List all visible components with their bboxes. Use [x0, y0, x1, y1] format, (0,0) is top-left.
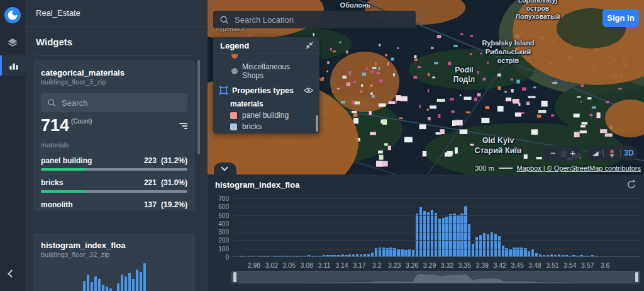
- histogram-bar: [345, 255, 347, 256]
- x-tick-label: 3.39: [474, 261, 491, 269]
- x-tick-label: 3.05: [280, 261, 298, 269]
- range-slider[interactable]: [231, 271, 640, 283]
- x-tick-label: 3.08: [298, 261, 316, 269]
- refresh-icon[interactable]: [626, 180, 638, 191]
- zoom-out-button[interactable]: −: [543, 146, 563, 161]
- mini-histogram-bar: [140, 272, 142, 291]
- histogram-bar: [472, 244, 474, 256]
- histogram-bar: [285, 256, 287, 256]
- x-tick-label: 3.45: [509, 261, 526, 269]
- material-label: monolith: [41, 200, 73, 209]
- toggle-3d-button[interactable]: 3D: [621, 146, 637, 161]
- histogram-title: histogram_index_floa: [215, 180, 299, 190]
- histogram-bar: [296, 256, 299, 256]
- map-search-bar[interactable]: [213, 11, 416, 28]
- x-tick-label: 3.23: [386, 261, 403, 269]
- eye-icon[interactable]: [304, 87, 313, 94]
- histogram-bar: [498, 236, 501, 256]
- bar-chart-icon[interactable]: [0, 55, 25, 76]
- histogram-bar: [304, 256, 306, 256]
- map-search-input[interactable]: [235, 15, 409, 25]
- gridline: [233, 207, 640, 207]
- legend-color-swatch: [230, 112, 237, 119]
- widget-search-input[interactable]: [62, 98, 181, 108]
- collapse-legend-icon[interactable]: [306, 42, 313, 49]
- incline-icon[interactable]: [587, 150, 603, 157]
- legend-color-swatch: [230, 123, 237, 130]
- histogram-bar: [401, 249, 403, 256]
- legend-entry: panel building: [213, 110, 319, 121]
- y-tick-label: 200: [210, 237, 229, 244]
- mini-histogram-bar: [117, 283, 119, 291]
- gridline: [233, 215, 640, 216]
- histogram-bar: [572, 255, 575, 256]
- material-value: 223(31.2%): [144, 156, 187, 165]
- x-tick-label: 3.14: [333, 261, 351, 269]
- map-attribution[interactable]: Mapbox | © OpenStreetMap contributors: [517, 164, 641, 172]
- histogram-bar: [308, 255, 310, 256]
- widget-histogram-preview: histogram_index_floa buildings_floor_32_…: [33, 233, 195, 291]
- carto-logo[interactable]: [4, 7, 21, 23]
- histogram-bar: [393, 248, 396, 256]
- histogram-bar: [547, 255, 549, 256]
- histogram-bar: [364, 254, 366, 256]
- legend-entries: panel buildingbricksmonolithcombined mat…: [213, 110, 319, 134]
- histogram-plot[interactable]: [233, 198, 640, 257]
- range-slider-left-handle[interactable]: [233, 272, 236, 282]
- range-slider-right-handle[interactable]: [635, 272, 638, 282]
- legend-scrollbar[interactable]: [316, 115, 318, 132]
- sort-descending-icon[interactable]: [179, 123, 187, 129]
- histogram-bar: [543, 255, 545, 256]
- material-row: monolith137(19.2%): [41, 200, 187, 210]
- x-tick-label: 3.6: [596, 261, 614, 269]
- legend-layer-title: Properties types: [232, 86, 300, 95]
- sign-in-button[interactable]: Sign in: [602, 9, 639, 27]
- sidebar: Real_Estate Widgets categorical_material…: [25, 0, 208, 291]
- y-tick-label: 700: [210, 195, 229, 202]
- material-row: bricks221(31.0%): [41, 178, 187, 193]
- material-value: 137(19.2%): [144, 200, 187, 209]
- widget-search-box[interactable]: [41, 93, 187, 112]
- histogram-bar: [580, 255, 582, 256]
- field-label: materials: [41, 141, 187, 149]
- histogram-bar: [479, 235, 482, 256]
- material-value: 221(31.0%): [144, 178, 187, 187]
- widget-subtitle: buildings_floor_3_zip: [41, 78, 187, 86]
- x-tick-label: 3.48: [526, 261, 544, 269]
- histogram-bar: [487, 234, 489, 256]
- histogram-bar: [554, 255, 557, 256]
- legend-poi-item: Miscellaneous Shops: [213, 60, 319, 82]
- polygon-layer-icon: [219, 86, 228, 95]
- layers-icon[interactable]: [0, 33, 25, 53]
- histogram-bar: [333, 255, 336, 256]
- x-tick-label: 3.26: [403, 261, 421, 269]
- histogram-bar: [576, 256, 579, 256]
- bottom-histogram-panel: histogram_index_floa 7006005004003002001…: [208, 174, 644, 291]
- y-tick-label: 400: [210, 220, 229, 227]
- mini-histogram-bar: [91, 282, 93, 291]
- map-view[interactable]: ОболоньLopuhovatyj остров ЛопуховатыйRyb…: [208, 0, 644, 174]
- collapse-chevron-icon[interactable]: [8, 270, 16, 278]
- histogram-bar: [562, 255, 564, 256]
- mini-histogram-bar: [83, 281, 86, 291]
- x-axis: 2.983.023.053.083.113.143.173.23.233.263…: [245, 261, 614, 269]
- count-value: 714: [41, 117, 69, 134]
- compass-icon[interactable]: [604, 149, 620, 158]
- histogram-bar: [494, 234, 497, 256]
- collapse-bottom-panel-button[interactable]: [214, 163, 236, 174]
- histogram-bar: [509, 249, 511, 256]
- widget-subtitle: buildings_floor_32_zip: [41, 251, 187, 258]
- gridline: [233, 249, 640, 249]
- histogram-bar: [531, 249, 534, 256]
- legend-body: Miscellaneous Shops Properties types: [213, 54, 319, 134]
- progress-track: [41, 168, 187, 171]
- histogram-bar: [289, 256, 291, 256]
- mini-histogram[interactable]: [33, 263, 195, 291]
- map-scale-label: 300 m: [475, 164, 494, 172]
- sidebar-scrollbar[interactable]: [197, 60, 200, 154]
- mini-histogram-bar: [132, 279, 135, 291]
- zoom-in-button[interactable]: +: [564, 146, 583, 161]
- histogram-bar: [565, 255, 567, 256]
- histogram-bar: [348, 254, 351, 256]
- widget-categorical-materials: categorical_materials buildings_floor_3_…: [33, 60, 195, 210]
